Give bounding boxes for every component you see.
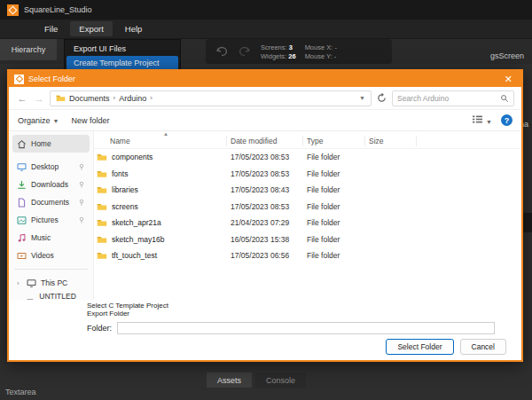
menu-export[interactable]: Export — [70, 21, 112, 36]
breadcrumb-arduino[interactable]: Arduino — [119, 94, 146, 103]
sidebar-item-label: Desktop — [31, 162, 59, 171]
sidebar-item-this-pc[interactable]: › This PC — [12, 274, 90, 292]
sidebar-item-label: Downloads — [31, 180, 68, 189]
dialog-address-bar: ← → Documents › Arduino › ▼ — [9, 87, 521, 110]
file-row-fonts[interactable]: fonts 17/05/2023 08:53 File folder — [94, 166, 521, 183]
sidebar-item-label: Videos — [31, 251, 54, 260]
music-icon — [17, 233, 27, 243]
pin-icon — [78, 216, 85, 224]
chevron-down-icon: ▼ — [486, 119, 492, 125]
select-folder-button[interactable]: Select Folder — [386, 339, 453, 355]
address-dropdown-icon[interactable]: ▼ — [359, 95, 365, 101]
view-options-button[interactable]: ▼ — [472, 114, 492, 126]
tab-console[interactable]: Console — [255, 373, 306, 388]
breadcrumb[interactable]: Documents › Arduino › ▼ — [50, 90, 372, 106]
cancel-button[interactable]: Cancel — [460, 339, 506, 355]
mouse-x: Mouse X: - — [305, 43, 337, 51]
menu-file[interactable]: File — [35, 21, 66, 36]
file-date: 21/04/2023 07:29 — [227, 218, 303, 227]
sort-ascending-icon: ▲ — [163, 131, 168, 137]
file-row-sketch-may16b[interactable]: sketch_may16b 16/05/2023 15:38 File fold… — [94, 231, 521, 248]
sidebar-item-documents[interactable]: Documents — [12, 193, 90, 211]
file-date: 17/05/2023 06:56 — [227, 251, 303, 260]
screens-widgets-stats: Screens: 3 Widgets: 26 — [261, 43, 296, 60]
file-row-libraries[interactable]: libraries 17/05/2023 08:43 File folder — [94, 182, 521, 199]
download-icon — [17, 180, 27, 190]
folder-input[interactable] — [117, 322, 495, 334]
column-header-size[interactable]: Size — [365, 136, 417, 146]
home-icon — [17, 139, 27, 149]
app-titlebar: SquareLine_Studio — [0, 0, 532, 20]
sidebar-item-label: This PC — [41, 278, 67, 287]
sidebar-item-label: Documents — [31, 198, 69, 207]
file-list: ▲ Name Date modified Type Size component… — [94, 131, 521, 300]
undo-icon[interactable] — [215, 44, 229, 59]
tab-assets[interactable]: Assets — [207, 373, 252, 388]
sidebar-item-untitled-drive[interactable]: › UNTITLED (E:) — [12, 292, 90, 300]
back-arrow-icon[interactable]: ← — [16, 93, 28, 104]
file-type: File folder — [303, 235, 365, 244]
menu-item-export-ui-files[interactable]: Export UI Files — [66, 42, 178, 56]
column-header-type[interactable]: Type — [303, 136, 365, 146]
menu-help[interactable]: Help — [116, 21, 152, 36]
background-screen-label-fragment: gsScreen — [490, 51, 524, 60]
widgets-value: 26 — [288, 52, 295, 60]
document-icon — [17, 198, 27, 208]
sidebar-item-videos[interactable]: Videos — [12, 247, 90, 264]
forward-arrow-icon[interactable]: → — [33, 93, 45, 104]
new-folder-button[interactable]: New folder — [71, 116, 109, 125]
sidebar-item-home[interactable]: Home — [12, 135, 90, 153]
search-icon[interactable] — [500, 94, 509, 103]
redo-icon[interactable] — [238, 44, 252, 59]
file-row-components[interactable]: components 17/05/2023 08:53 File folder — [94, 149, 521, 166]
file-row-tft-touch-test[interactable]: tft_touch_test 17/05/2023 06:56 File fol… — [94, 247, 521, 264]
file-name: tft_touch_test — [110, 251, 227, 260]
app-menubar: File Export Help — [0, 20, 532, 39]
file-name: libraries — [110, 185, 227, 194]
sidebar-item-desktop[interactable]: Desktop — [12, 158, 90, 176]
menu-item-create-template-project[interactable]: Create Template Project — [66, 56, 178, 70]
tab-hierarchy[interactable]: Hierarchy — [0, 39, 57, 60]
sidebar-item-downloads[interactable]: Downloads — [12, 176, 90, 193]
dialog-close-icon[interactable]: ✕ — [501, 75, 516, 84]
folder-input-row: Folder: — [9, 319, 521, 337]
file-type: File folder — [303, 185, 365, 194]
breadcrumb-documents[interactable]: Documents — [69, 94, 110, 103]
file-date: 17/05/2023 08:43 — [227, 185, 303, 194]
refresh-icon[interactable] — [376, 92, 387, 104]
sidebar-item-label: Home — [31, 139, 51, 148]
dialog-toolbar: Organize▼ New folder ▼ ? — [9, 110, 521, 131]
folder-icon — [94, 169, 110, 179]
help-icon[interactable]: ? — [501, 114, 512, 126]
folder-icon — [94, 152, 110, 162]
file-date: 17/05/2023 08:53 — [227, 202, 303, 211]
chevron-right-icon[interactable]: › — [17, 279, 22, 287]
file-row-screens[interactable]: screens 17/05/2023 08:53 File folder — [94, 199, 521, 216]
squareline-logo-icon — [7, 4, 19, 16]
file-name: components — [110, 153, 227, 161]
file-type: File folder — [303, 202, 365, 211]
sidebar-item-label: Pictures — [31, 216, 59, 224]
dialog-titlebar: Select Folder ✕ — [9, 71, 521, 87]
note-line-2: Export Folder — [87, 310, 521, 318]
bottom-panel-tabs: Assets Console — [207, 373, 306, 388]
folder-icon — [94, 217, 110, 228]
search-input[interactable] — [397, 94, 497, 103]
search-box — [392, 90, 514, 106]
breadcrumb-separator-icon: › — [113, 94, 116, 102]
folder-icon — [94, 184, 110, 195]
organize-button[interactable]: Organize▼ — [18, 116, 59, 125]
column-header-name[interactable]: Name — [94, 136, 227, 146]
file-date: 16/05/2023 15:38 — [227, 235, 303, 244]
export-folder-note: Select C Template Project Export Folder — [9, 300, 521, 319]
file-name: fonts — [110, 169, 227, 178]
file-type: File folder — [303, 218, 365, 227]
sidebar-item-pictures[interactable]: Pictures — [12, 211, 90, 229]
file-row-sketch-apr21a[interactable]: sketch_apr21a 21/04/2023 07:29 File fold… — [94, 215, 521, 231]
select-folder-dialog: Select Folder ✕ ← → Documents › Arduino … — [7, 69, 523, 362]
file-list-header: ▲ Name Date modified Type Size — [94, 133, 521, 149]
file-date: 17/05/2023 08:53 — [227, 169, 303, 178]
column-header-date-modified[interactable]: Date modified — [227, 136, 303, 146]
file-type: File folder — [303, 169, 365, 178]
sidebar-item-music[interactable]: Music — [12, 229, 90, 247]
